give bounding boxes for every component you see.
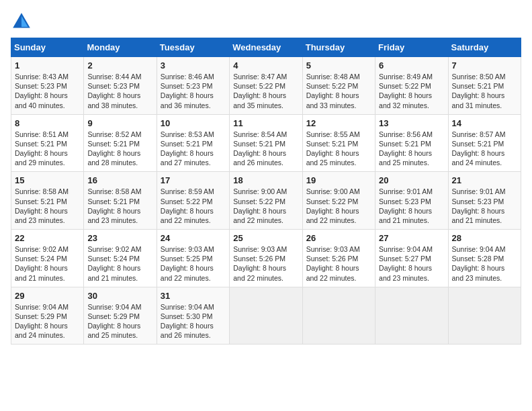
calendar-cell: 5Sunrise: 8:48 AMSunset: 5:22 PMDaylight… (302, 57, 375, 115)
calendar-cell: 30Sunrise: 9:04 AMSunset: 5:29 PMDayligh… (84, 287, 157, 345)
day-number: 7 (452, 60, 517, 71)
day-number: 19 (306, 175, 371, 185)
calendar-cell: 19Sunrise: 9:00 AMSunset: 5:22 PMDayligh… (302, 172, 375, 230)
calendar-cell: 23Sunrise: 9:02 AMSunset: 5:24 PMDayligh… (84, 230, 157, 287)
calendar-week-row: 1Sunrise: 8:43 AMSunset: 5:23 PMDaylight… (11, 57, 521, 115)
day-info: Sunrise: 9:04 AMSunset: 5:27 PMDaylight:… (379, 244, 444, 283)
weekday-header: Thursday (302, 38, 375, 57)
day-info: Sunrise: 8:51 AMSunset: 5:21 PMDaylight:… (15, 130, 80, 168)
day-number: 8 (15, 118, 80, 128)
day-info: Sunrise: 8:53 AMSunset: 5:21 PMDaylight:… (161, 130, 226, 168)
day-number: 28 (452, 233, 517, 243)
day-info: Sunrise: 8:48 AMSunset: 5:22 PMDaylight:… (306, 72, 371, 110)
calendar-cell (230, 287, 302, 345)
day-info: Sunrise: 9:04 AMSunset: 5:30 PMDaylight:… (161, 302, 226, 340)
calendar-cell: 28Sunrise: 9:04 AMSunset: 5:28 PMDayligh… (448, 230, 521, 287)
day-info: Sunrise: 8:43 AMSunset: 5:23 PMDaylight:… (15, 72, 80, 110)
day-info: Sunrise: 8:57 AMSunset: 5:21 PMDaylight:… (452, 130, 517, 168)
svg-marker-1 (21, 16, 28, 27)
day-number: 1 (15, 60, 80, 71)
day-info: Sunrise: 9:02 AMSunset: 5:24 PMDaylight:… (15, 244, 80, 283)
calendar-cell (375, 287, 448, 345)
calendar-cell: 12Sunrise: 8:55 AMSunset: 5:21 PMDayligh… (302, 114, 375, 172)
day-info: Sunrise: 9:01 AMSunset: 5:23 PMDaylight:… (379, 187, 444, 225)
day-number: 20 (379, 175, 444, 185)
day-number: 10 (161, 118, 226, 128)
calendar-cell (302, 287, 375, 345)
weekday-header: Wednesday (230, 38, 302, 57)
day-number: 11 (233, 118, 298, 128)
calendar-cell: 15Sunrise: 8:58 AMSunset: 5:21 PMDayligh… (11, 172, 84, 230)
day-number: 5 (306, 60, 371, 71)
calendar-cell: 7Sunrise: 8:50 AMSunset: 5:21 PMDaylight… (448, 57, 521, 115)
day-info: Sunrise: 8:52 AMSunset: 5:21 PMDaylight:… (87, 130, 152, 168)
day-info: Sunrise: 9:04 AMSunset: 5:28 PMDaylight:… (452, 244, 517, 283)
calendar-cell: 31Sunrise: 9:04 AMSunset: 5:30 PMDayligh… (157, 287, 229, 345)
calendar-cell: 26Sunrise: 9:03 AMSunset: 5:26 PMDayligh… (302, 230, 375, 287)
page-header (11, 11, 521, 32)
day-number: 27 (379, 233, 444, 243)
calendar-table: SundayMondayTuesdayWednesdayThursdayFrid… (11, 38, 521, 345)
day-info: Sunrise: 9:02 AMSunset: 5:24 PMDaylight:… (87, 244, 152, 283)
calendar-cell: 21Sunrise: 9:01 AMSunset: 5:23 PMDayligh… (448, 172, 521, 230)
day-info: Sunrise: 8:54 AMSunset: 5:21 PMDaylight:… (233, 130, 298, 168)
day-info: Sunrise: 8:55 AMSunset: 5:21 PMDaylight:… (306, 130, 371, 168)
day-info: Sunrise: 8:58 AMSunset: 5:21 PMDaylight:… (87, 187, 152, 225)
calendar-cell (448, 287, 521, 345)
day-number: 17 (161, 175, 226, 185)
weekday-header: Saturday (448, 38, 521, 57)
calendar-week-row: 29Sunrise: 9:04 AMSunset: 5:29 PMDayligh… (11, 287, 521, 345)
calendar-week-row: 15Sunrise: 8:58 AMSunset: 5:21 PMDayligh… (11, 172, 521, 230)
calendar-cell: 10Sunrise: 8:53 AMSunset: 5:21 PMDayligh… (157, 114, 229, 172)
weekday-header-row: SundayMondayTuesdayWednesdayThursdayFrid… (11, 38, 521, 57)
calendar-cell: 11Sunrise: 8:54 AMSunset: 5:21 PMDayligh… (230, 114, 302, 172)
weekday-header: Tuesday (157, 38, 229, 57)
day-number: 9 (87, 118, 152, 128)
calendar-cell: 9Sunrise: 8:52 AMSunset: 5:21 PMDaylight… (84, 114, 157, 172)
calendar-week-row: 22Sunrise: 9:02 AMSunset: 5:24 PMDayligh… (11, 230, 521, 287)
calendar-cell: 29Sunrise: 9:04 AMSunset: 5:29 PMDayligh… (11, 287, 84, 345)
day-info: Sunrise: 9:04 AMSunset: 5:29 PMDaylight:… (15, 302, 80, 340)
day-info: Sunrise: 8:59 AMSunset: 5:22 PMDaylight:… (161, 187, 226, 225)
logo (11, 11, 35, 32)
day-number: 2 (87, 60, 152, 71)
logo-icon (11, 11, 32, 32)
calendar-cell: 18Sunrise: 9:00 AMSunset: 5:22 PMDayligh… (230, 172, 302, 230)
calendar-cell: 20Sunrise: 9:01 AMSunset: 5:23 PMDayligh… (375, 172, 448, 230)
day-info: Sunrise: 9:03 AMSunset: 5:25 PMDaylight:… (161, 244, 226, 283)
weekday-header: Monday (84, 38, 157, 57)
calendar-cell: 13Sunrise: 8:56 AMSunset: 5:21 PMDayligh… (375, 114, 448, 172)
day-number: 14 (452, 118, 517, 128)
day-number: 21 (452, 175, 517, 185)
calendar-cell: 4Sunrise: 8:47 AMSunset: 5:22 PMDaylight… (230, 57, 302, 115)
calendar-cell: 22Sunrise: 9:02 AMSunset: 5:24 PMDayligh… (11, 230, 84, 287)
calendar-cell: 1Sunrise: 8:43 AMSunset: 5:23 PMDaylight… (11, 57, 84, 115)
day-info: Sunrise: 8:44 AMSunset: 5:23 PMDaylight:… (87, 72, 152, 110)
day-number: 6 (379, 60, 444, 71)
calendar-cell: 6Sunrise: 8:49 AMSunset: 5:22 PMDaylight… (375, 57, 448, 115)
day-info: Sunrise: 8:56 AMSunset: 5:21 PMDaylight:… (379, 130, 444, 168)
day-number: 30 (87, 291, 152, 301)
day-number: 13 (379, 118, 444, 128)
day-info: Sunrise: 8:47 AMSunset: 5:22 PMDaylight:… (233, 72, 298, 110)
calendar-cell: 25Sunrise: 9:03 AMSunset: 5:26 PMDayligh… (230, 230, 302, 287)
day-number: 23 (87, 233, 152, 243)
calendar-cell: 17Sunrise: 8:59 AMSunset: 5:22 PMDayligh… (157, 172, 229, 230)
day-info: Sunrise: 9:00 AMSunset: 5:22 PMDaylight:… (233, 187, 298, 225)
day-number: 29 (15, 291, 80, 301)
day-number: 25 (233, 233, 298, 243)
calendar-week-row: 8Sunrise: 8:51 AMSunset: 5:21 PMDaylight… (11, 114, 521, 172)
day-number: 24 (161, 233, 226, 243)
day-info: Sunrise: 8:46 AMSunset: 5:23 PMDaylight:… (161, 72, 226, 110)
day-info: Sunrise: 9:01 AMSunset: 5:23 PMDaylight:… (452, 187, 517, 225)
calendar-cell: 8Sunrise: 8:51 AMSunset: 5:21 PMDaylight… (11, 114, 84, 172)
day-number: 15 (15, 175, 80, 185)
calendar-cell: 24Sunrise: 9:03 AMSunset: 5:25 PMDayligh… (157, 230, 229, 287)
day-number: 3 (161, 60, 226, 71)
day-number: 26 (306, 233, 371, 243)
calendar-cell: 14Sunrise: 8:57 AMSunset: 5:21 PMDayligh… (448, 114, 521, 172)
day-info: Sunrise: 8:49 AMSunset: 5:22 PMDaylight:… (379, 72, 444, 110)
calendar-cell: 16Sunrise: 8:58 AMSunset: 5:21 PMDayligh… (84, 172, 157, 230)
weekday-header: Sunday (11, 38, 84, 57)
calendar-cell: 2Sunrise: 8:44 AMSunset: 5:23 PMDaylight… (84, 57, 157, 115)
